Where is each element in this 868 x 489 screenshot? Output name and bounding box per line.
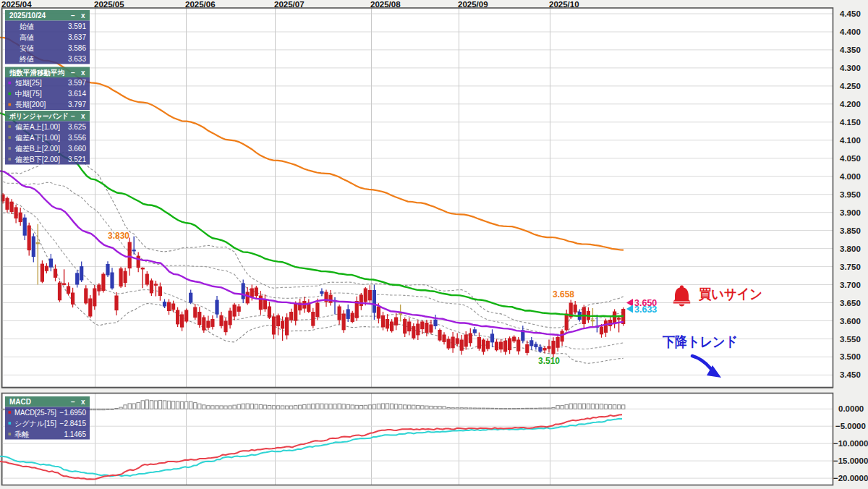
svg-text:偏差B下[2.00]: 偏差B下[2.00] bbox=[14, 156, 60, 163]
svg-text:始値: 始値 bbox=[20, 22, 34, 30]
svg-text:短期[25]: 短期[25] bbox=[15, 79, 42, 87]
svg-text:3.586: 3.586 bbox=[68, 44, 86, 52]
svg-text:2025/05: 2025/05 bbox=[94, 0, 124, 9]
svg-text:3.850: 3.850 bbox=[840, 226, 861, 235]
svg-text:3.830: 3.830 bbox=[108, 231, 129, 241]
svg-text:x: x bbox=[81, 69, 85, 77]
svg-text:4.000: 4.000 bbox=[840, 172, 861, 181]
svg-text:指数平滑移動平均: 指数平滑移動平均 bbox=[9, 69, 64, 77]
svg-text:2025/04: 2025/04 bbox=[1, 0, 32, 9]
svg-text:3.614: 3.614 bbox=[68, 90, 86, 98]
svg-text:−1.6950: −1.6950 bbox=[60, 409, 87, 417]
svg-text:−10.0000: −10.0000 bbox=[833, 439, 868, 448]
svg-text:3.556: 3.556 bbox=[68, 134, 86, 142]
svg-text:4.350: 4.350 bbox=[840, 46, 861, 54]
svg-text:−15.0000: −15.0000 bbox=[833, 456, 868, 465]
svg-text:ボリンジャーバンド: ボリンジャーバンド bbox=[9, 112, 69, 120]
svg-text:2025/08: 2025/08 bbox=[370, 0, 401, 9]
svg-text:−: − bbox=[71, 12, 75, 20]
svg-text:4.450: 4.450 bbox=[840, 9, 861, 18]
svg-text:3.950: 3.950 bbox=[840, 190, 861, 199]
svg-text:3.637: 3.637 bbox=[68, 33, 86, 41]
svg-text:下降トレンド: 下降トレンド bbox=[662, 334, 738, 349]
svg-text:4.200: 4.200 bbox=[840, 100, 861, 109]
svg-text:3.750: 3.750 bbox=[840, 263, 861, 271]
svg-text:−5.0000: −5.0000 bbox=[835, 422, 866, 430]
svg-text:−: − bbox=[71, 112, 75, 120]
svg-text:シグナル[15]: シグナル[15] bbox=[14, 420, 56, 428]
svg-text:3.600: 3.600 bbox=[840, 317, 861, 326]
svg-text:−20.0000: −20.0000 bbox=[833, 474, 868, 482]
svg-text:2025/09: 2025/09 bbox=[458, 0, 488, 9]
svg-text:4.250: 4.250 bbox=[840, 82, 861, 90]
svg-text:4.050: 4.050 bbox=[840, 154, 861, 163]
svg-text:3.597: 3.597 bbox=[68, 79, 86, 87]
svg-text:3.658: 3.658 bbox=[553, 289, 574, 299]
svg-text:3.500: 3.500 bbox=[840, 352, 861, 361]
svg-text:x: x bbox=[81, 112, 85, 120]
svg-text:2025/06: 2025/06 bbox=[185, 0, 216, 9]
svg-text:4.150: 4.150 bbox=[840, 118, 861, 127]
svg-text:3.450: 3.450 bbox=[840, 370, 861, 379]
svg-text:−: − bbox=[71, 69, 75, 77]
svg-text:偏差B上[2.00]: 偏差B上[2.00] bbox=[14, 145, 60, 153]
svg-text:3.633: 3.633 bbox=[68, 55, 86, 63]
svg-text:3.591: 3.591 bbox=[68, 22, 86, 30]
svg-text:終値: 終値 bbox=[19, 55, 34, 63]
svg-text:3.797: 3.797 bbox=[68, 101, 86, 109]
svg-text:3.550: 3.550 bbox=[840, 335, 861, 344]
svg-text:3.650: 3.650 bbox=[840, 299, 861, 307]
svg-text:偏差A下[1.00]: 偏差A下[1.00] bbox=[14, 134, 60, 142]
svg-text:MACD: MACD bbox=[9, 398, 31, 406]
svg-text:3.625: 3.625 bbox=[68, 123, 86, 131]
svg-text:x: x bbox=[81, 12, 85, 20]
svg-text:−2.8415: −2.8415 bbox=[60, 420, 87, 428]
svg-text:3.700: 3.700 bbox=[840, 281, 861, 289]
svg-text:−: − bbox=[71, 398, 75, 406]
svg-text:3.510: 3.510 bbox=[538, 356, 560, 366]
svg-text:買いサイン: 買いサイン bbox=[698, 286, 762, 302]
svg-text:安値: 安値 bbox=[20, 44, 34, 52]
svg-text:偏差A上[1.00]: 偏差A上[1.00] bbox=[14, 123, 60, 131]
svg-text:4.300: 4.300 bbox=[840, 64, 861, 72]
svg-text:MACD[25-75]: MACD[25-75] bbox=[14, 409, 56, 417]
svg-text:1.1465: 1.1465 bbox=[64, 430, 86, 438]
svg-text:長期[200]: 長期[200] bbox=[15, 101, 46, 109]
svg-text:4.100: 4.100 bbox=[840, 136, 861, 145]
svg-text:3.900: 3.900 bbox=[840, 208, 861, 217]
svg-text:高値: 高値 bbox=[20, 33, 34, 41]
svg-text:3.800: 3.800 bbox=[840, 244, 861, 253]
svg-text:4.400: 4.400 bbox=[840, 27, 861, 36]
svg-text:乖離: 乖離 bbox=[14, 430, 29, 438]
svg-text:3.521: 3.521 bbox=[68, 156, 86, 163]
svg-text:3.633: 3.633 bbox=[634, 305, 657, 315]
svg-text:中期[75]: 中期[75] bbox=[15, 90, 42, 98]
svg-text:2025/10/24: 2025/10/24 bbox=[9, 12, 46, 20]
svg-text:2025/10: 2025/10 bbox=[549, 0, 579, 9]
svg-text:0.0000: 0.0000 bbox=[838, 404, 864, 413]
svg-text:3.660: 3.660 bbox=[68, 145, 86, 153]
svg-text:x: x bbox=[81, 398, 85, 406]
svg-text:2025/07: 2025/07 bbox=[274, 0, 305, 9]
